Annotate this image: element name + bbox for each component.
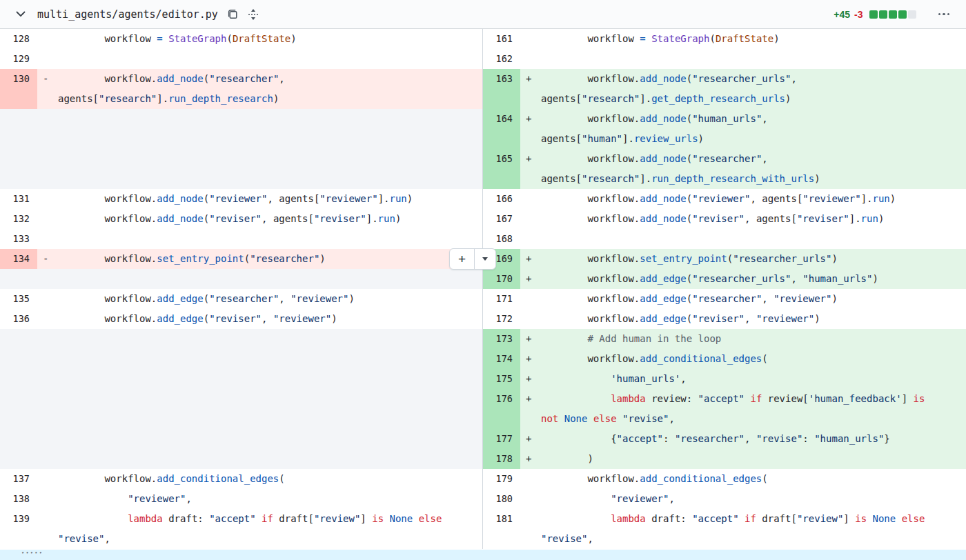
line-number[interactable]: 163	[483, 69, 520, 89]
add-comment-button[interactable]: +	[450, 249, 475, 269]
line-number[interactable]: 134	[0, 249, 37, 269]
kebab-dot	[938, 13, 941, 16]
code-line: workflow = StateGraph(DraftState)	[541, 29, 966, 49]
diff-marker	[37, 509, 58, 529]
diff-marker	[520, 29, 541, 49]
unfold-icon[interactable]	[248, 8, 259, 21]
line-number[interactable]: 176	[483, 389, 520, 409]
code-line	[541, 229, 966, 249]
diff-row: 161 workflow = StateGraph(DraftState)	[483, 29, 966, 49]
diff-marker	[37, 389, 58, 409]
line-number[interactable]: 171	[483, 289, 520, 309]
diff-marker	[37, 449, 58, 469]
additions-count: +45	[834, 9, 850, 20]
code-line: lambda draft: "accept" if draft["review"…	[58, 509, 482, 529]
line-number[interactable]: 175	[483, 369, 520, 389]
line-number[interactable]: 181	[483, 509, 520, 529]
expand-hunk-row[interactable]: •••••	[0, 550, 966, 560]
diff-marker	[520, 189, 541, 209]
line-number[interactable]: 132	[0, 209, 37, 229]
line-number[interactable]: 168	[483, 229, 520, 249]
line-number	[483, 169, 520, 189]
comment-options-button[interactable]	[475, 249, 495, 269]
line-number[interactable]: 177	[483, 429, 520, 449]
copy-icon[interactable]	[227, 8, 239, 20]
inline-comment-widget: +	[449, 248, 496, 270]
line-number[interactable]: 130	[0, 69, 37, 89]
diff-row: 168	[483, 229, 966, 249]
diff-spacer-row	[0, 369, 482, 389]
diff-marker	[520, 289, 541, 309]
line-number[interactable]: 165	[483, 149, 520, 169]
diff-marker: +	[520, 369, 541, 389]
code-line: workflow.add_edge("researcher_urls", "hu…	[541, 269, 966, 289]
line-number[interactable]: 172	[483, 309, 520, 329]
line-number[interactable]: 164	[483, 109, 520, 129]
file-header: multi_agents/agents/editor.py +45 -3	[0, 0, 966, 29]
diff-marker	[37, 89, 58, 109]
code-line: # Add human in the loop	[541, 329, 966, 349]
line-number[interactable]: 170	[483, 269, 520, 289]
diff-marker: +	[520, 69, 541, 89]
line-number[interactable]: 162	[483, 49, 520, 69]
diff-marker	[520, 129, 541, 149]
code-line: lambda draft: "accept" if draft["review"…	[541, 509, 966, 529]
kebab-dot	[947, 13, 950, 16]
diff-marker	[520, 209, 541, 229]
line-number	[0, 109, 37, 129]
line-number	[0, 129, 37, 149]
diff-marker	[37, 309, 58, 329]
line-number[interactable]: 131	[0, 189, 37, 209]
line-number	[0, 149, 37, 169]
line-number	[0, 169, 37, 189]
line-number	[0, 529, 37, 549]
code-line	[58, 149, 482, 169]
line-number[interactable]: 138	[0, 489, 37, 509]
line-number[interactable]: 135	[0, 289, 37, 309]
code-line	[58, 129, 482, 149]
diff-row: 172 workflow.add_edge("reviser", "review…	[483, 309, 966, 329]
code-line: workflow.add_conditional_edges(	[541, 349, 966, 369]
diff-spacer-row	[0, 409, 482, 429]
line-number[interactable]: 161	[483, 29, 520, 49]
line-number[interactable]: 174	[483, 349, 520, 369]
code-line	[58, 349, 482, 369]
code-line: )	[541, 449, 966, 469]
diff-row: 166 workflow.add_node("reviewer", agents…	[483, 189, 966, 209]
diff-marker: +	[520, 429, 541, 449]
diff-marker	[520, 469, 541, 489]
diff-row: 137 workflow.add_conditional_edges(	[0, 469, 482, 489]
diff-spacer-row	[0, 449, 482, 469]
line-number[interactable]: 166	[483, 189, 520, 209]
diff-marker: -	[37, 249, 58, 269]
line-number	[0, 389, 37, 409]
line-number[interactable]: 180	[483, 489, 520, 509]
diff-row: 136 workflow.add_edge("reviser", "review…	[0, 309, 482, 329]
line-number[interactable]: 136	[0, 309, 37, 329]
line-number[interactable]: 139	[0, 509, 37, 529]
line-number[interactable]: 133	[0, 229, 37, 249]
kebab-menu-icon[interactable]	[937, 10, 952, 19]
line-number[interactable]: 178	[483, 449, 520, 469]
line-number[interactable]: 129	[0, 49, 37, 69]
chevron-down-icon[interactable]	[15, 9, 26, 20]
line-number[interactable]: 137	[0, 469, 37, 489]
diff-row: 131 workflow.add_node("reviewer", agents…	[0, 189, 482, 209]
code-line: 'human_urls',	[541, 369, 966, 389]
code-line: workflow.add_node("reviewer", agents["re…	[541, 189, 966, 209]
expand-hunk-dots-icon: •••••	[21, 550, 43, 556]
code-line	[58, 389, 482, 409]
code-line	[58, 49, 482, 69]
diff-marker	[37, 49, 58, 69]
line-number[interactable]: 167	[483, 209, 520, 229]
line-number[interactable]: 173	[483, 329, 520, 349]
diff-marker: +	[520, 329, 541, 349]
diff-marker	[520, 309, 541, 329]
line-number[interactable]: 179	[483, 469, 520, 489]
line-number[interactable]: 128	[0, 29, 37, 49]
line-number	[483, 529, 520, 549]
diff-marker	[37, 209, 58, 229]
diff-marker	[37, 149, 58, 169]
diff-row-wrap: agents["human"].review_urls)	[483, 129, 966, 149]
diffstat-block-added	[869, 10, 878, 19]
